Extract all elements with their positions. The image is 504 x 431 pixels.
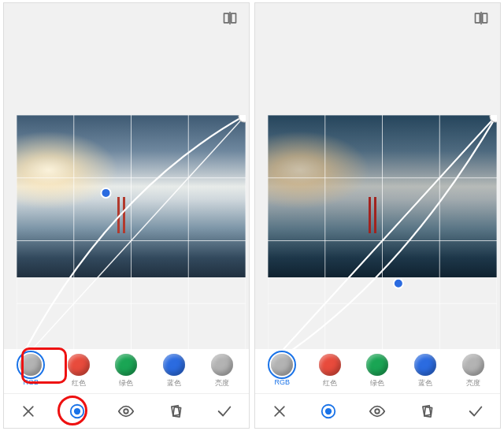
canvas-area[interactable] <box>4 35 249 349</box>
svg-point-15 <box>74 407 80 414</box>
channel-blue[interactable]: 蓝色 <box>154 354 194 388</box>
channel-green[interactable]: 绿色 <box>358 354 397 388</box>
tool-mode[interactable] <box>314 397 343 425</box>
svg-point-16 <box>124 409 129 414</box>
channel-swatch <box>115 354 137 376</box>
bottom-toolbar <box>4 393 249 428</box>
channel-red[interactable]: 红色 <box>310 354 350 388</box>
channel-label: 红色 <box>323 378 337 388</box>
channel-label: 亮度 <box>466 378 480 388</box>
curve-handle[interactable] <box>394 279 403 288</box>
channel-label: 亮度 <box>215 378 229 388</box>
canvas-area[interactable] <box>255 35 500 349</box>
channel-luma[interactable]: 亮度 <box>202 354 242 388</box>
tool-apply[interactable] <box>461 397 490 425</box>
tool-apply[interactable] <box>210 397 239 425</box>
tool-cancel[interactable] <box>14 397 43 425</box>
svg-rect-1 <box>232 13 236 23</box>
channel-red[interactable]: 红色 <box>59 354 98 388</box>
channel-luma[interactable]: 亮度 <box>454 354 493 388</box>
channel-swatch <box>211 354 233 376</box>
channel-swatch <box>68 354 90 376</box>
top-bar <box>255 3 500 35</box>
tool-styles[interactable] <box>161 397 190 425</box>
compare-icon[interactable] <box>473 10 489 28</box>
editor-pane-left: RGB红色绿色蓝色亮度 <box>3 2 250 429</box>
svg-rect-20 <box>483 13 487 23</box>
channel-swatch <box>366 354 388 376</box>
tool-cancel[interactable] <box>265 397 294 425</box>
tool-preview[interactable] <box>112 397 140 425</box>
channel-green[interactable]: 绿色 <box>106 354 146 388</box>
svg-rect-0 <box>224 13 229 23</box>
channel-swatch <box>319 354 341 376</box>
channel-rgb[interactable]: RGB <box>262 354 302 386</box>
channel-swatch <box>414 354 436 376</box>
channel-swatch <box>163 354 185 376</box>
channel-picker: RGB红色绿色蓝色亮度 <box>4 349 249 393</box>
compare-icon[interactable] <box>222 10 238 28</box>
channel-swatch <box>20 354 42 376</box>
channel-rgb[interactable]: RGB <box>11 354 50 386</box>
tool-styles[interactable] <box>413 397 441 425</box>
svg-rect-19 <box>476 13 480 23</box>
channel-picker: RGB红色绿色蓝色亮度 <box>255 349 500 393</box>
bottom-toolbar <box>255 393 500 428</box>
channel-label: 绿色 <box>119 378 133 388</box>
channel-label: 蓝色 <box>418 378 432 388</box>
channel-blue[interactable]: 蓝色 <box>406 354 445 388</box>
channel-swatch <box>271 354 293 376</box>
channel-label: 绿色 <box>370 378 384 388</box>
photo-preview <box>268 115 497 277</box>
channel-label: 红色 <box>72 378 86 388</box>
channel-label: RGB <box>275 378 291 386</box>
tool-preview[interactable] <box>363 397 391 425</box>
photo-preview <box>17 115 246 277</box>
channel-swatch <box>462 354 484 376</box>
tool-mode[interactable] <box>63 397 91 425</box>
channel-label: RGB <box>24 378 39 386</box>
editor-pane-right: RGB红色绿色蓝色亮度 <box>254 2 501 429</box>
channel-label: 蓝色 <box>167 378 181 388</box>
svg-point-36 <box>376 409 380 414</box>
top-bar <box>4 3 249 35</box>
svg-point-35 <box>325 407 332 414</box>
